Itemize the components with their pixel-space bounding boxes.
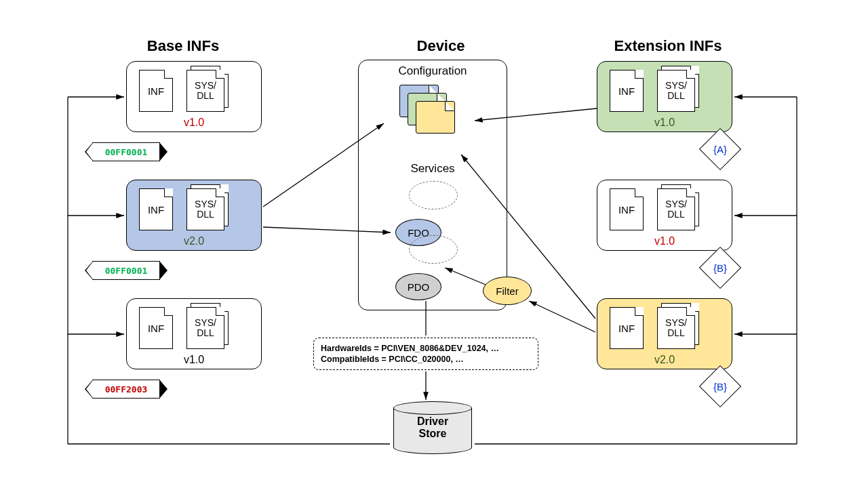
driver-store-cylinder: Driver Store bbox=[393, 401, 472, 454]
config-card-3 bbox=[416, 101, 455, 134]
device-frame: Configuration Services FDO PDO bbox=[358, 60, 507, 310]
dashed-link-1 bbox=[409, 181, 458, 209]
base-inf-box-3: INF SYS/ DLL v1.0 bbox=[126, 298, 262, 369]
sysdll-doc-icon: SYS/ DLL bbox=[186, 66, 229, 112]
version-label: v2.0 bbox=[654, 354, 675, 366]
base-inf-box-2: INF SYS/ DLL v2.0 bbox=[126, 180, 262, 251]
inf-doc-icon: INF bbox=[610, 70, 644, 112]
banner-2: 00FF0001 bbox=[92, 261, 160, 280]
sysdll-doc-icon: SYS/ DLL bbox=[186, 303, 229, 349]
configuration-label: Configuration bbox=[359, 64, 507, 78]
base-inf-box-1: INF SYS/ DLL v1.0 bbox=[126, 61, 262, 132]
sysdll-doc-icon: SYS/ DLL bbox=[657, 184, 699, 230]
ext-id-diamond-b1: {B} bbox=[699, 247, 741, 289]
version-label: v1.0 bbox=[654, 235, 675, 247]
device-title: Device bbox=[407, 37, 475, 55]
inf-doc-icon: INF bbox=[139, 70, 173, 112]
pdo-node: PDO bbox=[395, 273, 441, 300]
hardware-ids: HardwareIds = PCI\VEN_8086&DEV_1024, … bbox=[321, 343, 531, 354]
ext-id-diamond-a: {A} bbox=[699, 128, 741, 170]
banner-3: 00FF2003 bbox=[92, 380, 160, 399]
dashed-link-2 bbox=[409, 235, 458, 264]
version-label: v1.0 bbox=[184, 354, 204, 366]
sysdll-doc-icon: SYS/ DLL bbox=[186, 184, 229, 230]
ids-box: HardwareIds = PCI\VEN_8086&DEV_1024, … C… bbox=[313, 338, 538, 370]
services-label: Services bbox=[359, 162, 507, 176]
sysdll-doc-icon: SYS/ DLL bbox=[657, 303, 699, 349]
inf-doc-icon: INF bbox=[139, 188, 173, 230]
compatible-ids: CompatibleIds = PCI\CC_020000, … bbox=[321, 354, 531, 365]
inf-doc-icon: INF bbox=[610, 188, 644, 230]
base-infs-title: Base INFs bbox=[122, 37, 244, 55]
filter-node: Filter bbox=[483, 277, 532, 305]
version-label: v2.0 bbox=[184, 235, 204, 247]
version-label: v1.0 bbox=[654, 117, 675, 129]
banner-1: 00FF0001 bbox=[92, 142, 160, 161]
inf-doc-icon: INF bbox=[139, 307, 173, 349]
ext-id-diamond-b2: {B} bbox=[699, 365, 741, 407]
ext-inf-box-3: INF SYS/ DLL v2.0 bbox=[597, 298, 732, 369]
ext-inf-box-1: INF SYS/ DLL v1.0 bbox=[597, 61, 732, 132]
ext-inf-box-2: INF SYS/ DLL v1.0 bbox=[597, 180, 732, 251]
inf-doc-icon: INF bbox=[610, 307, 644, 349]
sysdll-doc-icon: SYS/ DLL bbox=[657, 66, 699, 112]
svg-line-13 bbox=[529, 301, 595, 332]
version-label: v1.0 bbox=[184, 117, 204, 129]
ext-infs-title: Extension INFs bbox=[600, 37, 736, 55]
